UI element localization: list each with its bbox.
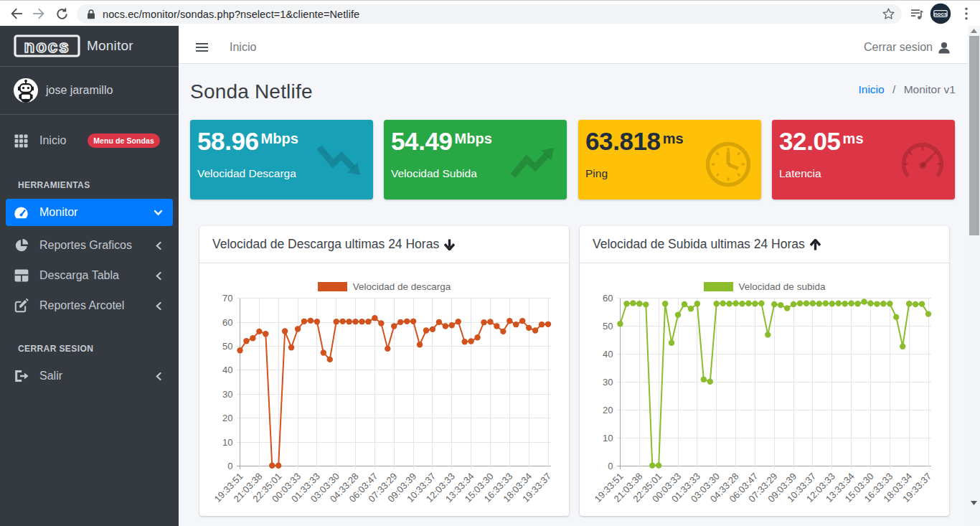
svg-text:50: 50 xyxy=(222,341,232,352)
clock-icon xyxy=(705,141,752,188)
infobox-velocidad-descarga[interactable]: 58.96Mbps Velocidad Descarga xyxy=(190,120,373,199)
user-avatar[interactable] xyxy=(14,78,38,103)
infobox-value: 58.96 xyxy=(197,128,259,154)
scroll-up-icon[interactable] xyxy=(968,26,980,36)
svg-text:40: 40 xyxy=(603,349,613,360)
sidebar-item-label: Descarga Tabla xyxy=(39,269,119,282)
svg-text:20: 20 xyxy=(603,405,613,415)
sidebar-item-label: Inicio xyxy=(39,134,66,147)
svg-text:0: 0 xyxy=(227,461,232,471)
gauge-icon xyxy=(900,142,946,184)
user-panel: jose jaramillo xyxy=(0,67,179,115)
sidebar-item-descarga-tabla[interactable]: Descarga Tabla xyxy=(6,262,173,289)
sidebar-item-reportes-graficos[interactable]: Reportes Graficos xyxy=(6,232,173,259)
breadcrumb-separator: / xyxy=(892,83,895,95)
pie-chart-icon xyxy=(14,238,29,253)
bookmark-star-icon[interactable] xyxy=(881,1,895,27)
infobox-latencia[interactable]: 32.05ms Latencia xyxy=(772,120,955,199)
browser-avatar[interactable]: nocs xyxy=(930,1,951,27)
sidebar-section-herramientas: HERRAMIENTAS xyxy=(6,157,173,199)
menu-de-sondas-badge[interactable]: Menu de Sondas xyxy=(88,133,160,148)
chevron-down-icon xyxy=(154,208,163,217)
page: nocs Monitor xyxy=(0,26,980,526)
infobox-unit: Mbps xyxy=(455,131,492,146)
top-navbar: Inicio Cerrar sesion xyxy=(179,26,968,64)
card-velocidad-descarga: Velocidad de Descarga ultimas 24 Horas V… xyxy=(199,226,569,516)
card-velocidad-subida: Velocidad de Subida ultimas 24 Horas Vel… xyxy=(580,226,949,516)
sidebar-item-monitor[interactable]: Monitor xyxy=(6,199,173,226)
scroll-down-icon[interactable] xyxy=(968,498,980,508)
browser-toolbar: nocs.ec/monitor/sondas.php?nselect=1&cli… xyxy=(0,0,980,26)
svg-text:30: 30 xyxy=(222,389,232,400)
hamburger-icon[interactable] xyxy=(196,43,208,52)
svg-text:70: 70 xyxy=(222,293,232,304)
infobox-velocidad-subida[interactable]: 54.49Mbps Velocidad Subida xyxy=(384,120,567,199)
card-title: Velocidad de Descarga ultimas 24 Horas xyxy=(212,237,439,252)
reload-icon[interactable] xyxy=(54,1,70,27)
upload-chart: 010203040506019:33:5121:03:3822:35:0100:… xyxy=(580,263,949,516)
chevron-left-icon xyxy=(154,372,163,381)
scrollbar-thumb[interactable] xyxy=(969,36,979,235)
breadcrumb-link-inicio[interactable]: Inicio xyxy=(859,83,885,95)
infobox-unit: ms xyxy=(663,131,684,146)
grid-icon xyxy=(14,133,29,149)
nocs-logo: nocs xyxy=(14,34,80,57)
sidebar-item-label: Reportes Graficos xyxy=(39,239,132,252)
brand[interactable]: nocs Monitor xyxy=(0,26,179,67)
chart-line-down-icon xyxy=(317,144,363,179)
card-header: Velocidad de Subida ultimas 24 Horas xyxy=(580,226,949,263)
media-playlist-icon[interactable] xyxy=(909,1,925,27)
url-text: nocs.ec/monitor/sondas.php?nselect=1&cli… xyxy=(103,9,359,20)
infobox-unit: Mbps xyxy=(261,131,298,146)
infobox-unit: ms xyxy=(843,131,864,146)
navbar-logout[interactable]: Cerrar sesion xyxy=(864,41,951,54)
chevron-left-icon xyxy=(154,241,163,250)
main-content: Inicio Cerrar sesion Sonda Netlife Inici… xyxy=(179,26,968,526)
arrow-up-icon xyxy=(810,239,821,250)
svg-text:10: 10 xyxy=(603,433,613,443)
chevron-left-icon xyxy=(154,301,163,311)
infobox-value: 32.05 xyxy=(779,128,841,154)
chevron-left-icon xyxy=(154,271,163,281)
infobox-label: Velocidad Subida xyxy=(391,167,477,180)
person-icon xyxy=(938,42,951,54)
address-bar[interactable]: nocs.ec/monitor/sondas.php?nselect=1&cli… xyxy=(77,4,902,24)
sidebar-item-salir[interactable]: Salir xyxy=(6,362,173,390)
infobox-label: Velocidad Descarga xyxy=(197,167,296,180)
svg-text:nocs: nocs xyxy=(24,37,70,56)
breadcrumb-current: Monitor v1 xyxy=(904,83,956,95)
user-name[interactable]: jose jaramillo xyxy=(46,84,113,97)
svg-text:30: 30 xyxy=(603,377,613,388)
sidebar: nocs Monitor xyxy=(0,26,179,526)
sidebar-item-label: Reportes Arcotel xyxy=(39,299,124,312)
infobox-value: 63.818 xyxy=(585,128,661,154)
page-title: Sonda Netlife xyxy=(190,80,313,103)
svg-text:20: 20 xyxy=(222,413,232,423)
svg-text:10: 10 xyxy=(222,437,232,448)
lock-icon xyxy=(87,9,95,19)
sidebar-item-label: Salir xyxy=(39,370,62,382)
infobox-value: 54.49 xyxy=(391,128,453,154)
sidebar-nav: Inicio Menu de Sondas HERRAMIENTAS Monit… xyxy=(0,115,179,390)
screen: nocs.ec/monitor/sondas.php?nselect=1&cli… xyxy=(0,0,980,526)
sidebar-item-inicio[interactable]: Inicio Menu de Sondas xyxy=(6,127,173,154)
page-scrollbar[interactable] xyxy=(968,26,980,526)
card-title: Velocidad de Subida ultimas 24 Horas xyxy=(593,237,805,252)
breadcrumb: Inicio / Monitor v1 xyxy=(859,83,956,96)
card-header: Velocidad de Descarga ultimas 24 Horas xyxy=(199,226,569,263)
brand-title: Monitor xyxy=(87,38,133,54)
svg-text:0: 0 xyxy=(608,461,613,471)
infobox-ping[interactable]: 63.818ms Ping xyxy=(578,120,761,199)
sidebar-item-reportes-arcotel[interactable]: Reportes Arcotel xyxy=(6,292,173,319)
forward-icon[interactable] xyxy=(31,1,45,27)
svg-text:60: 60 xyxy=(603,293,613,304)
back-icon[interactable] xyxy=(9,1,24,27)
svg-text:50: 50 xyxy=(603,321,613,332)
svg-text:60: 60 xyxy=(222,317,232,328)
sidebar-item-label: Monitor xyxy=(39,206,77,219)
arrow-down-icon xyxy=(444,239,455,250)
browser-menu-icon[interactable] xyxy=(959,1,974,27)
navbar-link-inicio[interactable]: Inicio xyxy=(230,41,256,54)
chart-line-up-icon xyxy=(511,144,557,179)
sidebar-section-cerrar-sesion: CERRAR SESION xyxy=(6,322,173,362)
